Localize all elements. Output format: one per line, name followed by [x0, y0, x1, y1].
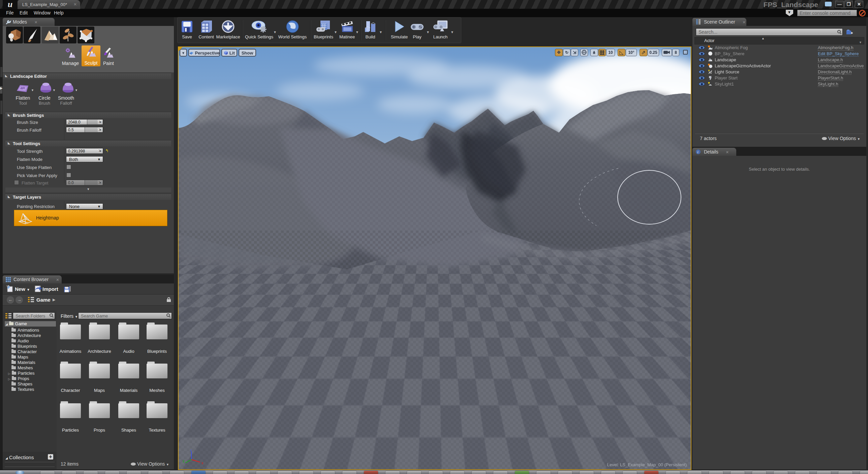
svg-text:y: y — [183, 459, 185, 463]
svg-text:z: z — [190, 449, 192, 452]
svg-text:x: x — [202, 461, 204, 465]
svg-text:i: i — [698, 150, 699, 154]
